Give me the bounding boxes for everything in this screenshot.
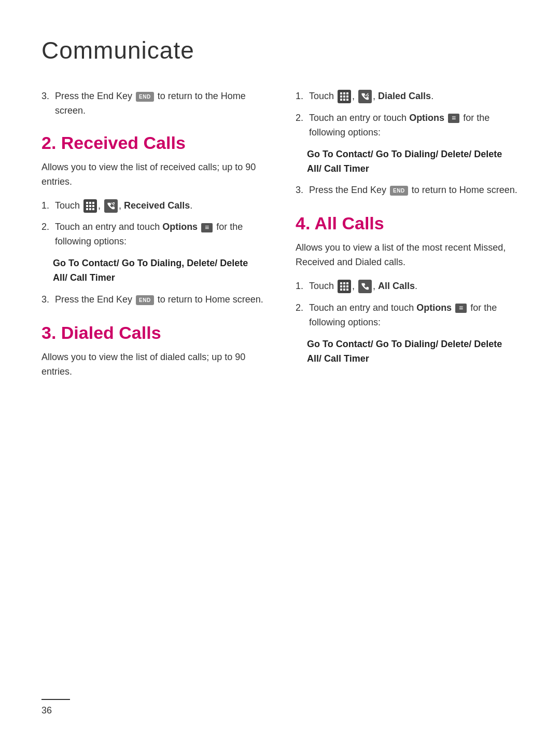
svg-line-19	[366, 93, 368, 96]
svg-rect-25	[346, 285, 348, 287]
section3-bold-block: Go To Contact/ Go To Dialing/ Delete/ De…	[307, 147, 519, 176]
section2-bold-block: Go To Contact/ Go To Dialing, Delete/ De…	[53, 256, 264, 285]
section4-step1: 1. Touch	[296, 279, 519, 294]
end-key-icon: END	[136, 92, 154, 102]
section2-step1-num: 1.	[41, 199, 53, 213]
section-dialed-calls: 3. Dialed Calls Allows you to view the l…	[41, 323, 264, 379]
svg-rect-17	[343, 99, 345, 101]
section4-title: 4. All Calls	[296, 213, 519, 233]
svg-rect-21	[343, 282, 345, 284]
options-icon-s2	[201, 223, 213, 232]
section2-step1: 1. Touch	[41, 199, 264, 213]
svg-rect-3	[86, 205, 88, 207]
section-all-calls: 4. All Calls Allows you to view a list o…	[296, 213, 519, 366]
svg-line-9	[111, 203, 114, 205]
svg-rect-0	[86, 202, 88, 204]
section2-options-label: Options	[162, 222, 198, 232]
svg-rect-1	[89, 202, 91, 204]
svg-rect-16	[340, 99, 342, 101]
section-received-calls: 2. Received Calls Allows you to view the…	[41, 133, 264, 307]
end-key-icon-s2: END	[136, 295, 154, 306]
svg-rect-11	[343, 92, 345, 94]
section4-bold-block: Go To Contact/ Go To Dialing/ Delete/ De…	[307, 337, 519, 366]
section2-description: Allows you to view the list of received …	[41, 160, 264, 189]
svg-rect-12	[346, 92, 348, 94]
svg-rect-6	[86, 208, 88, 210]
svg-rect-13	[340, 95, 342, 98]
section3-options-label: Options	[409, 113, 444, 123]
intro-step3: 3. Press the End Key END to return to th…	[41, 89, 264, 118]
section4-description: Allows you to view a list of the most re…	[296, 241, 519, 270]
section2-step1-content: Touch	[55, 199, 264, 213]
section3-step1-label: Dialed Calls	[378, 91, 431, 101]
svg-rect-4	[89, 205, 91, 207]
intro-step3-num: 3.	[41, 89, 53, 104]
svg-rect-24	[343, 285, 345, 287]
section4-step2-content: Touch an entry and touch Options for the…	[309, 301, 519, 330]
right-column: 1. Touch	[296, 89, 519, 389]
section4-options-label: Options	[416, 303, 452, 313]
svg-rect-28	[346, 288, 348, 291]
svg-rect-15	[346, 95, 348, 98]
page-footer: 36	[41, 699, 70, 716]
grid-icon-s4	[338, 280, 351, 293]
svg-rect-27	[343, 288, 345, 291]
section3-step2: 2. Touch an entry or touch Options for t…	[296, 111, 519, 140]
section4-step1-label: All Calls	[378, 281, 415, 291]
svg-rect-26	[340, 288, 342, 291]
section3-title: 3. Dialed Calls	[41, 323, 264, 343]
svg-rect-22	[346, 282, 348, 284]
svg-rect-7	[89, 208, 91, 210]
page-number: 36	[41, 705, 52, 716]
page-title: Communicate	[41, 36, 519, 64]
grid-icon	[83, 199, 97, 213]
svg-rect-20	[340, 282, 342, 284]
svg-rect-2	[92, 202, 94, 204]
svg-rect-14	[343, 95, 345, 98]
footer-divider	[41, 699, 70, 700]
section2-step2-num: 2.	[41, 220, 53, 235]
section3-step3-content: Press the End Key END to return to Home …	[309, 183, 519, 198]
phone-icon-all	[358, 280, 372, 293]
phone-icon-dialed	[358, 90, 372, 103]
grid-icon-s3	[338, 90, 351, 103]
svg-rect-5	[92, 205, 94, 207]
phone-icon-received	[104, 199, 118, 213]
svg-rect-10	[340, 92, 342, 94]
two-column-layout: 3. Press the End Key END to return to th…	[41, 89, 519, 389]
section4-step1-num: 1.	[296, 279, 307, 294]
section2-step2: 2. Touch an entry and touch Options for …	[41, 220, 264, 249]
section2-step3-num: 3.	[41, 293, 53, 307]
section2-step3-content: Press the End Key END to return to Home …	[55, 293, 264, 307]
section4-step2: 2. Touch an entry and touch Options for …	[296, 301, 519, 330]
svg-rect-8	[92, 208, 94, 210]
svg-rect-18	[346, 99, 348, 101]
end-key-icon-s3: END	[390, 186, 408, 196]
options-icon-s4	[455, 304, 467, 313]
section3-step2-content: Touch an entry or touch Options for the …	[309, 111, 519, 140]
section3-step2-num: 2.	[296, 111, 307, 126]
options-icon-s3	[448, 114, 459, 123]
section4-step1-content: Touch	[309, 279, 519, 294]
section2-step3: 3. Press the End Key END to return to Ho…	[41, 293, 264, 307]
left-column: 3. Press the End Key END to return to th…	[41, 89, 264, 389]
section3-step1: 1. Touch	[296, 89, 519, 104]
section3-step3: 3. Press the End Key END to return to Ho…	[296, 183, 519, 198]
svg-rect-23	[340, 285, 342, 287]
section3-description: Allows you to view the list of dialed ca…	[41, 350, 264, 379]
section3-step1-content: Touch ,	[309, 89, 519, 104]
section3-step3-num: 3.	[296, 183, 307, 198]
section3-step1-num: 1.	[296, 89, 307, 104]
intro-step3-content: Press the End Key END to return to the H…	[55, 89, 264, 118]
section4-step2-num: 2.	[296, 301, 307, 315]
section2-step2-content: Touch an entry and touch Options for the…	[55, 220, 264, 249]
section2-step1-label: Received Calls	[124, 200, 190, 211]
page-container: Communicate 3. Press the End Key END to …	[0, 0, 560, 420]
section2-title: 2. Received Calls	[41, 133, 264, 153]
